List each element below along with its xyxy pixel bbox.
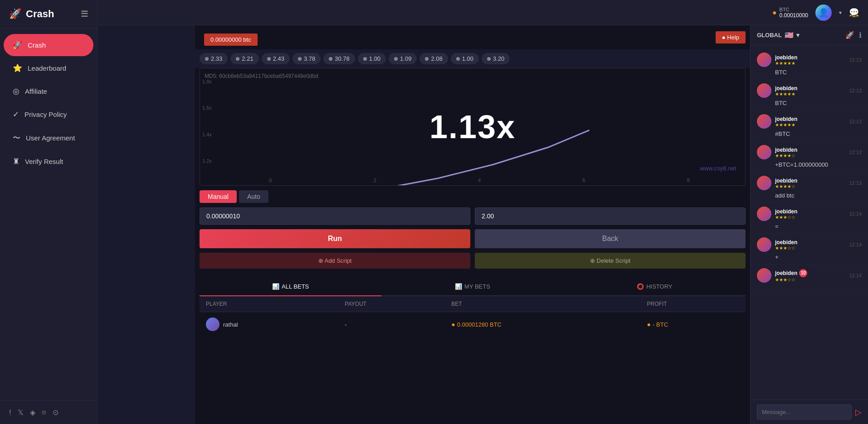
bets-section: 📊 ALL BETS📊 MY BETS⭕ HISTORY PLAYERPAYOU… [195, 273, 750, 341]
bet-multiplier-input[interactable] [475, 207, 746, 225]
chat-message: joebiden ★★★★☆ 12:13 +BTC=1.000000000 [751, 141, 868, 172]
chat-message: joebiden ★★★☆☆ 12:14 = [751, 203, 868, 234]
sidebar-item-user-agreement[interactable]: 〜 User Agreement [4, 126, 93, 149]
profit-cell: ●- BTC [641, 312, 746, 337]
menu-icon[interactable]: ☰ [81, 9, 88, 19]
reddit-icon[interactable]: ⊙ [53, 408, 59, 417]
btc-amount: 0.00010000 [780, 12, 808, 19]
sidebar-logo: 🚀 Crash ☰ [0, 0, 97, 29]
multiplier-chip: 2.33 [200, 53, 228, 64]
logo-icon: 🚀 [9, 8, 21, 20]
table-row: rathal - ●0.00001280 BTC ●- BTC [200, 312, 746, 337]
chat-time: 12:13 [849, 149, 862, 155]
instagram-icon[interactable]: ⌾ [42, 408, 46, 417]
chat-user-info: joebiden10 ★★★☆☆ [775, 269, 845, 282]
chat-message: joebiden10 ★★★☆☆ 12:14 [751, 265, 868, 289]
chat-stars: ★★★★★ [775, 92, 845, 96]
header: ● BTC 0.00010000 👤 ▾ 🔔 💬 [98, 0, 868, 25]
affiliate-icon: ◎ [13, 87, 20, 96]
chat-input-area: ▷ [751, 400, 868, 424]
flag-icon: 🇺🇸 [785, 31, 794, 39]
discord-icon[interactable]: ◈ [30, 408, 35, 417]
graph-y-labels: 1.8x 1.6x 1.4x 1.2x [202, 68, 212, 174]
privacy-icon: ✓ [13, 110, 19, 119]
chat-rocket-icon[interactable]: 🚀 [845, 31, 854, 39]
sidebar-item-privacy[interactable]: ✓ Privacy Policy [4, 103, 93, 125]
bet-buttons: Run Back [200, 229, 746, 248]
game-area: 0.00000000 btc ● Help 2.332.212.433.7830… [195, 25, 750, 424]
player-avatar [206, 318, 219, 331]
multiplier-chip: 3.78 [293, 53, 321, 64]
bet-tabs: Manual Auto [200, 190, 746, 203]
chat-time: 12:14 [849, 242, 862, 247]
multiplier-chip: 2.21 [230, 53, 258, 64]
sidebar-label-leaderboard: Leaderboard [28, 64, 66, 72]
help-button[interactable]: ● Help [716, 31, 746, 43]
multiplier-dot [205, 57, 209, 61]
auto-tab[interactable]: Auto [239, 190, 268, 203]
sidebar-label-crash: Crash [28, 41, 46, 49]
multiplier-chip: 30.78 [323, 53, 355, 64]
add-script-button[interactable]: ⊕ Add Script [200, 253, 470, 269]
dropdown-icon[interactable]: ▾ [839, 10, 842, 16]
sidebar-item-crash[interactable]: 🚀 Crash [4, 34, 93, 56]
multiplier-dot [236, 57, 239, 61]
sidebar-item-affiliate[interactable]: ◎ Affiliate [4, 80, 93, 102]
chat-username: joebiden10 [775, 269, 845, 277]
multiplier-chip: 3.20 [482, 53, 510, 64]
chat-time: 12:13 [849, 119, 862, 124]
btc-display: 0.00000000 btc [204, 34, 258, 46]
bets-tab-history[interactable]: ⭕ HISTORY [564, 278, 746, 295]
chat-username: joebiden [775, 85, 845, 92]
badge: 10 [799, 269, 807, 277]
sidebar-item-verify-result[interactable]: ♜ Verify Result [4, 150, 93, 173]
main-content: 0.00000000 btc ● Help 2.332.212.433.7830… [195, 25, 868, 424]
sidebar-label-user-agreement: User Agreement [26, 134, 75, 142]
chat-avatar [757, 237, 771, 252]
graph-x-labels: 0 2 4 6 8 [218, 178, 741, 183]
back-button[interactable]: Back [475, 229, 746, 248]
user-avatar[interactable]: 👤 [815, 5, 832, 21]
chat-text: +BTC=1.000000000 [757, 161, 862, 168]
chat-header: GLOBAL 🇺🇸 ▾ 🚀 ℹ [751, 25, 868, 45]
multiplier-dot [363, 57, 367, 61]
chat-input[interactable] [757, 405, 852, 419]
watermark: www.csy8.net [700, 165, 736, 172]
chat-time: 12:14 [849, 273, 862, 278]
sidebar: 🚀 Crash ☰ 🚀 Crash⭐ Leaderboard◎ Affiliat… [0, 0, 98, 424]
btc-icon: ● [772, 9, 777, 17]
chat-text: + [757, 254, 862, 260]
bets-tab-my-bets[interactable]: 📊 MY BETS [381, 278, 563, 295]
multiplier-chip: 1.09 [389, 53, 417, 64]
multiplier-dot [267, 57, 271, 61]
chat-settings-icon[interactable]: ℹ [859, 31, 862, 39]
multiplier-dot [298, 57, 302, 61]
manual-tab[interactable]: Manual [200, 190, 237, 203]
sidebar-item-leaderboard[interactable]: ⭐ Leaderboard [4, 57, 93, 79]
twitter-icon[interactable]: 𝕏 [18, 408, 24, 417]
chat-icons: 🚀 ℹ [845, 31, 862, 39]
delete-script-button[interactable]: ⊕ Delete Script [475, 253, 746, 269]
chat-user-info: joebiden ★★★★★ [775, 116, 845, 127]
multiplier-history: 2.332.212.433.7830.781.001.092.081.003.2… [195, 49, 750, 68]
multiplier-dot [425, 57, 429, 61]
chat-toggle-icon[interactable]: 💬 [849, 7, 859, 17]
player-cell: rathal [200, 312, 338, 337]
dropdown-arrow[interactable]: ▾ [796, 32, 800, 39]
leaderboard-icon: ⭐ [13, 63, 22, 73]
chat-stars: ★★★☆☆ [775, 246, 845, 251]
chat-user-info: joebiden ★★★★☆ [775, 147, 845, 158]
bets-tabs: 📊 ALL BETS📊 MY BETS⭕ HISTORY [200, 278, 746, 296]
col-bet: BET [445, 296, 640, 312]
bet-amount-input[interactable] [200, 207, 470, 225]
multiplier-chip: 2.43 [262, 53, 290, 64]
chat-username: joebiden [775, 54, 845, 61]
chat-user-info: joebiden ★★★☆☆ [775, 239, 845, 251]
chat-username: joebiden [775, 147, 845, 153]
chat-stars: ★★★★☆ [775, 153, 845, 158]
chat-send-button[interactable]: ▷ [855, 405, 862, 419]
facebook-icon[interactable]: 𝔣 [9, 408, 11, 417]
script-buttons: ⊕ Add Script ⊕ Delete Script [200, 253, 746, 269]
bets-tab-all-bets[interactable]: 📊 ALL BETS [200, 278, 381, 296]
run-button[interactable]: Run [200, 229, 470, 248]
